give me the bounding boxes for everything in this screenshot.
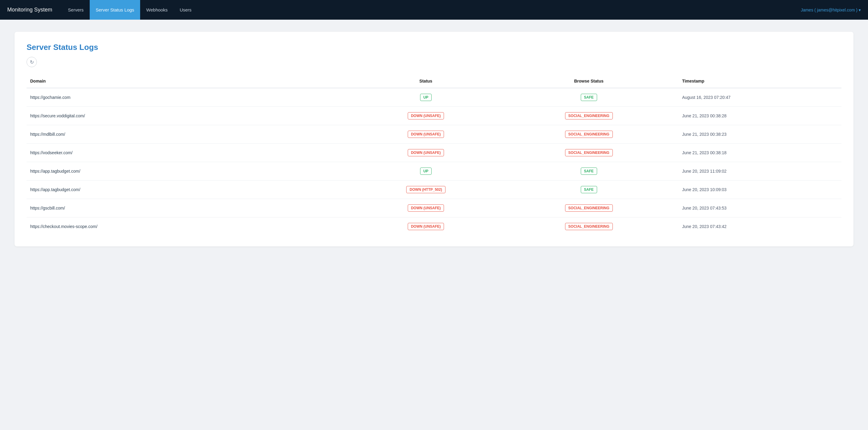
main-card: Server Status Logs ↻ Domain Status Brows… xyxy=(14,32,854,247)
cell-timestamp: June 20, 2023 07:43:53 xyxy=(678,199,841,218)
browse-status-badge: SAFE xyxy=(581,168,597,175)
table-row: https://app.tagbudget.com/UPSAFEJune 20,… xyxy=(27,162,841,180)
table-row: https://vodseeker.com/DOWN (UNSAFE)SOCIA… xyxy=(27,144,841,162)
browse-status-badge: SOCIAL_ENGINEERING xyxy=(565,112,613,119)
user-label: James ( james@hitpixel.com ) ▾ xyxy=(801,7,861,12)
browse-status-badge: SAFE xyxy=(581,94,597,101)
cell-domain: https://gscbill.com/ xyxy=(27,199,352,218)
cell-domain: https://gochamie.com xyxy=(27,88,352,107)
page-content: Server Status Logs ↻ Domain Status Brows… xyxy=(0,20,868,259)
cell-browse-status: SOCIAL_ENGINEERING xyxy=(499,199,679,218)
cell-domain: https://vodseeker.com/ xyxy=(27,144,352,162)
nav-links: Servers Server Status Logs Webhooks User… xyxy=(62,0,801,20)
cell-status: DOWN (UNSAFE) xyxy=(352,218,499,236)
browse-status-badge: SAFE xyxy=(581,186,597,193)
table-row: https://app.tagbudget.com/DOWN (HTTP_502… xyxy=(27,180,841,199)
nav-users[interactable]: Users xyxy=(174,0,197,20)
cell-timestamp: June 21, 2023 00:38:18 xyxy=(678,144,841,162)
status-badge: DOWN (UNSAFE) xyxy=(408,223,444,230)
cell-domain: https://checkout.movies-scope.com/ xyxy=(27,218,352,236)
cell-browse-status: SAFE xyxy=(499,162,679,180)
cell-timestamp: June 21, 2023 00:38:28 xyxy=(678,107,841,125)
table-header: Domain Status Browse Status Timestamp xyxy=(27,76,841,88)
cell-status: DOWN (UNSAFE) xyxy=(352,144,499,162)
status-badge: UP xyxy=(420,94,432,101)
cell-status: DOWN (UNSAFE) xyxy=(352,125,499,144)
brand-title: Monitoring System xyxy=(7,7,52,13)
table-body: https://gochamie.comUPSAFEAugust 16, 202… xyxy=(27,88,841,235)
cell-timestamp: June 20, 2023 11:09:02 xyxy=(678,162,841,180)
status-badge: DOWN (UNSAFE) xyxy=(408,112,444,119)
cell-domain: https://app.tagbudget.com/ xyxy=(27,180,352,199)
cell-status: DOWN (HTTP_502) xyxy=(352,180,499,199)
cell-browse-status: SOCIAL_ENGINEERING xyxy=(499,125,679,144)
status-badge: DOWN (HTTP_502) xyxy=(406,186,445,193)
cell-status: DOWN (UNSAFE) xyxy=(352,107,499,125)
table-row: https://gochamie.comUPSAFEAugust 16, 202… xyxy=(27,88,841,107)
page-title: Server Status Logs xyxy=(27,42,841,52)
table-row: https://checkout.movies-scope.com/DOWN (… xyxy=(27,218,841,236)
status-badge: DOWN (UNSAFE) xyxy=(408,131,444,138)
cell-status: UP xyxy=(352,162,499,180)
refresh-button[interactable]: ↻ xyxy=(27,57,37,67)
col-header-status: Status xyxy=(352,76,499,88)
cell-timestamp: June 21, 2023 00:38:23 xyxy=(678,125,841,144)
status-badge: UP xyxy=(420,168,432,175)
cell-browse-status: SOCIAL_ENGINEERING xyxy=(499,107,679,125)
cell-status: DOWN (UNSAFE) xyxy=(352,199,499,218)
col-header-domain: Domain xyxy=(27,76,352,88)
table-row: https://secure.voddigital.com/DOWN (UNSA… xyxy=(27,107,841,125)
browse-status-badge: SOCIAL_ENGINEERING xyxy=(565,131,613,138)
cell-browse-status: SOCIAL_ENGINEERING xyxy=(499,144,679,162)
cell-domain: https://mdlbill.com/ xyxy=(27,125,352,144)
table-row: https://mdlbill.com/DOWN (UNSAFE)SOCIAL_… xyxy=(27,125,841,144)
user-menu[interactable]: James ( james@hitpixel.com ) ▾ xyxy=(801,7,861,12)
cell-browse-status: SAFE xyxy=(499,88,679,107)
refresh-icon: ↻ xyxy=(30,59,34,65)
col-header-browse: Browse Status xyxy=(499,76,679,88)
browse-status-badge: SOCIAL_ENGINEERING xyxy=(565,149,613,156)
nav-webhooks[interactable]: Webhooks xyxy=(140,0,174,20)
cell-status: UP xyxy=(352,88,499,107)
nav-server-status-logs[interactable]: Server Status Logs xyxy=(90,0,141,20)
cell-domain: https://app.tagbudget.com/ xyxy=(27,162,352,180)
nav-servers[interactable]: Servers xyxy=(62,0,90,20)
status-badge: DOWN (UNSAFE) xyxy=(408,204,444,212)
browse-status-badge: SOCIAL_ENGINEERING xyxy=(565,223,613,230)
col-header-timestamp: Timestamp xyxy=(678,76,841,88)
navbar: Monitoring System Servers Server Status … xyxy=(0,0,868,20)
cell-timestamp: June 20, 2023 10:09:03 xyxy=(678,180,841,199)
cell-browse-status: SOCIAL_ENGINEERING xyxy=(499,218,679,236)
browse-status-badge: SOCIAL_ENGINEERING xyxy=(565,204,613,212)
status-badge: DOWN (UNSAFE) xyxy=(408,149,444,156)
table-row: https://gscbill.com/DOWN (UNSAFE)SOCIAL_… xyxy=(27,199,841,218)
status-logs-table: Domain Status Browse Status Timestamp ht… xyxy=(27,76,841,235)
cell-timestamp: August 16, 2023 07:20:47 xyxy=(678,88,841,107)
cell-domain: https://secure.voddigital.com/ xyxy=(27,107,352,125)
cell-timestamp: June 20, 2023 07:43:42 xyxy=(678,218,841,236)
header-row: Domain Status Browse Status Timestamp xyxy=(27,76,841,88)
cell-browse-status: SAFE xyxy=(499,180,679,199)
